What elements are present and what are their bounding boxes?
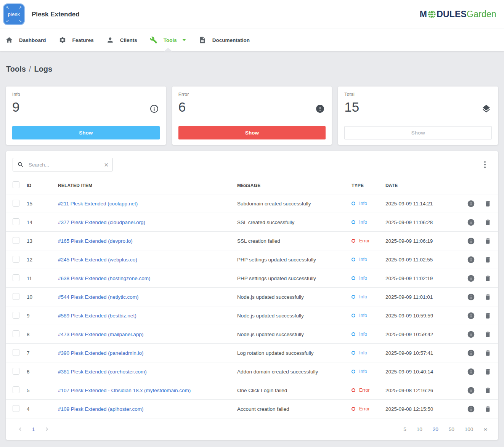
page-size-50[interactable]: 50 — [449, 426, 454, 432]
row-checkbox[interactable] — [13, 330, 19, 337]
trash-icon[interactable] — [484, 312, 491, 319]
stat-value: 15 — [344, 100, 492, 114]
info-icon[interactable] — [467, 330, 475, 338]
error-circle-icon — [315, 104, 325, 115]
show-total-button[interactable]: Show — [344, 126, 492, 139]
info-icon[interactable] — [467, 218, 475, 226]
plesk-logo-text: plesk — [8, 11, 20, 17]
nav-item-documentation[interactable]: Documentation — [199, 36, 250, 44]
row-type: Info — [352, 350, 385, 356]
info-icon[interactable] — [467, 256, 475, 264]
type-label: Error — [359, 388, 370, 393]
current-page[interactable]: 1 — [32, 426, 35, 432]
trash-icon[interactable] — [484, 200, 491, 207]
related-item-link[interactable]: #381 Plesk Extended (corehoster.com) — [58, 369, 237, 375]
trash-icon[interactable] — [484, 256, 491, 263]
related-item-link[interactable]: #390 Plesk Extended (paneladmin.io) — [58, 350, 237, 356]
trash-icon[interactable] — [484, 368, 491, 375]
trash-icon[interactable] — [484, 237, 491, 245]
related-item-link[interactable]: #377 Plesk Extended (cloudpanel.org) — [58, 219, 237, 225]
info-icon[interactable] — [467, 237, 475, 245]
row-checkbox[interactable] — [13, 256, 19, 263]
info-icon[interactable] — [467, 200, 475, 208]
globe-icon — [427, 10, 436, 19]
breadcrumb-section[interactable]: Tools — [6, 65, 26, 73]
type-circle-icon — [352, 388, 355, 392]
row-id: 13 — [27, 238, 58, 244]
info-icon[interactable] — [467, 274, 475, 282]
trash-icon[interactable] — [484, 293, 491, 301]
related-item-link[interactable]: #473 Plesk Extended (mailpanel.app) — [58, 332, 237, 337]
row-checkbox[interactable] — [13, 405, 19, 412]
info-icon[interactable] — [467, 312, 475, 320]
page-size-100[interactable]: 100 — [465, 426, 474, 432]
related-item-link[interactable]: #211 Plesk Extended (coolapp.net) — [58, 201, 237, 207]
row-date: 2025-09-08 12:16:26 — [385, 388, 457, 393]
page-size-5[interactable]: 5 — [403, 426, 406, 432]
row-checkbox[interactable] — [13, 293, 19, 300]
row-id: 12 — [27, 257, 58, 263]
row-id: 8 — [27, 332, 58, 337]
info-icon[interactable] — [467, 405, 475, 413]
related-item-link[interactable]: #589 Plesk Extended (bestbiz.net) — [58, 313, 237, 319]
info-icon[interactable] — [467, 386, 475, 394]
clear-search-icon[interactable]: ✕ — [104, 162, 109, 168]
row-actions — [457, 368, 491, 376]
nav-item-dashboard[interactable]: Dashboard — [5, 36, 46, 44]
row-message: PHP settings updated successfully — [237, 276, 352, 281]
row-type: Info — [352, 332, 385, 337]
chevron-left-icon[interactable] — [17, 426, 24, 433]
show-error-button[interactable]: Show — [178, 126, 326, 139]
related-item-link[interactable]: #638 Plesk Extended (hostingzone.com) — [58, 276, 237, 281]
search-input[interactable] — [29, 162, 101, 168]
related-item-link[interactable]: #544 Plesk Extended (netlytic.com) — [58, 294, 237, 300]
layers-icon — [482, 104, 491, 115]
table-row: 9 #589 Plesk Extended (bestbiz.net) Node… — [6, 306, 498, 325]
row-checkbox[interactable] — [13, 349, 19, 356]
row-date: 2025-09-09 11:06:19 — [385, 238, 457, 244]
info-icon[interactable] — [467, 368, 475, 376]
chevron-right-icon[interactable] — [43, 426, 50, 433]
type-circle-icon — [352, 239, 355, 243]
row-message: SSL creation failed — [237, 238, 352, 244]
trash-icon[interactable] — [484, 219, 491, 226]
row-date: 2025-09-09 10:59:59 — [385, 313, 457, 319]
row-actions — [457, 405, 491, 413]
info-icon[interactable] — [467, 349, 475, 357]
table-row: 5 #107 Plesk Extended - Obsidian 18.x (m… — [6, 381, 498, 400]
row-checkbox[interactable] — [13, 200, 19, 207]
trash-icon[interactable] — [484, 405, 491, 413]
info-icon[interactable] — [467, 293, 475, 301]
row-checkbox[interactable] — [13, 312, 19, 319]
show-info-button[interactable]: Show — [12, 126, 160, 139]
table-options-menu-icon[interactable] — [481, 159, 489, 170]
stat-label: Total — [344, 92, 492, 97]
related-item-link[interactable]: #165 Plesk Extended (devpro.io) — [58, 238, 237, 244]
pagination: 1 5 10 20 50 100 ∞ — [6, 418, 498, 440]
page-size-20[interactable]: 20 — [433, 426, 438, 432]
person-icon — [106, 36, 114, 44]
nav-item-clients[interactable]: Clients — [106, 36, 137, 44]
trash-icon[interactable] — [484, 331, 491, 338]
row-checkbox[interactable] — [13, 274, 19, 281]
trash-icon[interactable] — [484, 275, 491, 282]
row-checkbox[interactable] — [13, 386, 19, 393]
select-all-checkbox[interactable] — [13, 181, 19, 188]
trash-icon[interactable] — [484, 387, 491, 394]
row-message: One Click Login failed — [237, 388, 352, 393]
row-id: 15 — [27, 201, 58, 207]
trash-icon[interactable] — [484, 349, 491, 357]
row-checkbox[interactable] — [13, 368, 19, 375]
table-header-row: ID RELATED ITEM MESSAGE TYPE DATE — [6, 177, 498, 194]
related-item-link[interactable]: #107 Plesk Extended - Obsidian 18.x (myt… — [58, 388, 237, 393]
related-item-link[interactable]: #109 Plesk Extended (apihoster.com) — [58, 406, 237, 412]
page-size-10[interactable]: 10 — [417, 426, 422, 432]
related-item-link[interactable]: #245 Plesk Extended (webplus.co) — [58, 257, 237, 263]
nav-item-features[interactable]: Features — [59, 36, 94, 44]
row-message: Subdomain created successfully — [237, 201, 352, 207]
page-size-all[interactable]: ∞ — [483, 426, 487, 432]
row-checkbox[interactable] — [13, 237, 19, 244]
nav-item-tools[interactable]: Tools — [150, 36, 186, 44]
row-checkbox[interactable] — [13, 218, 19, 225]
stat-card-error: Error 6 Show — [172, 87, 332, 145]
